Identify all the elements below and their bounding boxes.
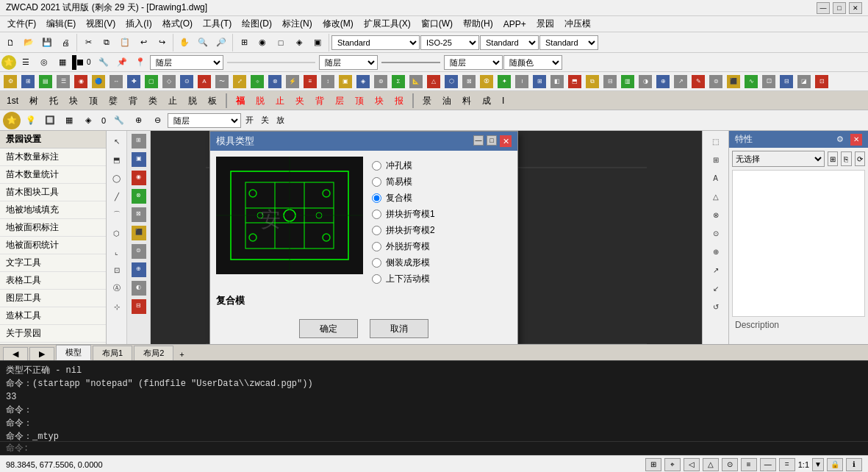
ext-btn7[interactable]: ⊕ xyxy=(129,112,147,129)
ext-btn6[interactable]: 🔧 xyxy=(110,112,128,129)
istrip-3[interactable]: ◉ xyxy=(130,169,148,187)
view-btn3[interactable]: □ xyxy=(272,34,290,51)
radio-item-1[interactable]: 冲孔模 xyxy=(372,160,435,172)
left-panel-item-8[interactable]: 表格工具 xyxy=(0,272,106,290)
ico-btn39[interactable]: ↗ xyxy=(672,73,689,90)
draw-tool-8[interactable]: ⊡ xyxy=(108,261,126,279)
copy-button[interactable]: ⧉ xyxy=(98,34,115,51)
ico-btn30[interactable]: ≀ xyxy=(513,73,531,90)
ico-btn17[interactable]: ⚡ xyxy=(284,73,301,90)
tb4-btn2[interactable]: 树 xyxy=(24,93,43,109)
menu-app-plus[interactable]: APP+ xyxy=(499,18,531,31)
left-panel-item-5[interactable]: 地被面积标注 xyxy=(0,219,106,237)
tab-scroll-right[interactable]: ▶ xyxy=(29,347,54,360)
ico-btn36[interactable]: ▥ xyxy=(619,73,636,90)
ico-btn14[interactable]: ⤢ xyxy=(231,73,248,90)
scale-dropdown[interactable]: ▼ xyxy=(812,458,824,471)
tb4-btn10[interactable]: 脱 xyxy=(183,93,202,109)
color-select[interactable] xyxy=(72,55,76,70)
istrip-5[interactable]: ⊠ xyxy=(130,206,148,224)
left-panel-item-4[interactable]: 地被地域填充 xyxy=(0,201,106,219)
tab-layout2[interactable]: 布局2 xyxy=(134,346,173,360)
rt-btn2[interactable]: ⊞ xyxy=(707,151,725,168)
tb4-btn12[interactable]: 福 xyxy=(231,93,250,109)
draw-tool-4[interactable]: ╱ xyxy=(108,187,126,205)
print-button[interactable]: 🖨 xyxy=(57,34,74,51)
tb4-btn3[interactable]: 托 xyxy=(44,93,63,109)
ico-btn33[interactable]: ⬒ xyxy=(566,73,584,90)
rt-btn4[interactable]: △ xyxy=(707,187,725,205)
ico-btn45[interactable]: ⊟ xyxy=(778,73,795,90)
layer-dropdown[interactable]: 随层 xyxy=(150,55,223,70)
view-btn2[interactable]: ◉ xyxy=(254,34,271,51)
ico-btn9[interactable]: ▢ xyxy=(143,73,160,90)
ico-btn28[interactable]: ⦿ xyxy=(478,73,495,90)
new-button[interactable]: 🗋 xyxy=(1,34,19,51)
ico-btn4[interactable]: ☰ xyxy=(54,73,72,90)
drawing-area[interactable]: 模具类型 — □ ✕ xyxy=(151,131,702,344)
left-panel-item-1[interactable]: 苗木数量标注 xyxy=(0,149,106,166)
draw-tool-1[interactable]: ↖ xyxy=(108,132,126,150)
ico-btn19[interactable]: ↕ xyxy=(319,73,337,90)
layer-btn4[interactable]: ▦ xyxy=(54,54,71,71)
left-panel-item-10[interactable]: 造林工具 xyxy=(0,307,106,325)
radio-jianyimo[interactable] xyxy=(372,177,381,187)
lock-button[interactable]: 🔒 xyxy=(827,458,843,471)
tb4-btn7[interactable]: 背 xyxy=(123,93,143,109)
menu-tools[interactable]: 工具(T) xyxy=(198,16,236,32)
dimension-style-dropdown[interactable]: ISO-25 xyxy=(420,35,479,50)
tb4-btn5[interactable]: 顶 xyxy=(84,93,103,109)
modal-maximize-button[interactable]: □ xyxy=(487,135,497,146)
paste-button[interactable]: 📋 xyxy=(116,34,134,51)
left-panel-item-6[interactable]: 地被面积统计 xyxy=(0,237,106,254)
tb4-btn13[interactable]: 脱 xyxy=(251,93,270,109)
ico-btn32[interactable]: ◧ xyxy=(548,73,566,90)
ext-btn3[interactable]: 🔲 xyxy=(41,112,59,129)
rt-btn9[interactable]: ↙ xyxy=(707,279,725,297)
menu-jing-yuan[interactable]: 景园 xyxy=(532,16,559,32)
radio-item-7[interactable]: 侧装成形模 xyxy=(372,257,435,269)
zoom-in-button[interactable]: 🔍 xyxy=(194,34,212,51)
linetype-dropdown[interactable]: 随层 xyxy=(319,55,378,70)
zoom-out-button[interactable]: 🔎 xyxy=(212,34,230,51)
istrip-10[interactable]: ⊟ xyxy=(130,298,148,315)
left-panel-item-11[interactable]: 关于景园 xyxy=(0,325,106,343)
grid-toggle[interactable]: ⊞ xyxy=(645,458,661,471)
istrip-9[interactable]: ◐ xyxy=(130,279,148,297)
modal-close-button[interactable]: ✕ xyxy=(500,135,512,147)
menu-window[interactable]: 窗口(W) xyxy=(417,16,457,32)
radio-pinkuai2[interactable] xyxy=(372,226,381,235)
tb4-btn17[interactable]: 层 xyxy=(330,93,349,109)
ico-btn46[interactable]: ◪ xyxy=(795,73,813,90)
tb4-btn15[interactable]: 夹 xyxy=(290,93,309,109)
draw-tool-3[interactable]: ◯ xyxy=(108,169,126,187)
ortho-toggle[interactable]: ◁ xyxy=(684,458,700,471)
pan-button[interactable]: ✋ xyxy=(176,34,193,51)
ico-btn22[interactable]: ⊚ xyxy=(372,73,390,90)
tb4-btn6[interactable]: 嬖 xyxy=(104,93,123,109)
ico-btn38[interactable]: ⊕ xyxy=(654,73,672,90)
view-btn4[interactable]: ◈ xyxy=(290,34,308,51)
tb4-btn20[interactable]: 报 xyxy=(390,93,409,109)
ico-btn23[interactable]: Σ xyxy=(390,73,407,90)
left-panel-item-7[interactable]: 文字工具 xyxy=(0,254,106,272)
radio-fuhemo[interactable] xyxy=(372,193,381,203)
osnap-toggle[interactable]: ⊙ xyxy=(722,458,738,471)
menu-format[interactable]: 格式(O) xyxy=(158,16,197,32)
tb2-btn2[interactable]: 📌 xyxy=(113,54,131,71)
rt-btn1[interactable]: ⬚ xyxy=(707,132,725,150)
tb4-btn4[interactable]: 块 xyxy=(64,93,83,109)
properties-settings-button[interactable]: ⚙ xyxy=(833,134,847,146)
ico-btn15[interactable]: ⟐ xyxy=(248,73,266,90)
ext-btn5[interactable]: ◈ xyxy=(79,112,97,129)
ico-btn37[interactable]: ◑ xyxy=(636,73,654,90)
radio-pinkuai1[interactable] xyxy=(372,210,381,219)
tb4-btn18[interactable]: 顶 xyxy=(350,93,369,109)
ico-btn5[interactable]: ◉ xyxy=(72,73,90,90)
menu-file[interactable]: 文件(F) xyxy=(3,16,40,32)
tab-layout1[interactable]: 布局1 xyxy=(93,346,132,360)
maximize-button[interactable]: □ xyxy=(833,2,846,14)
text-style-dropdown[interactable]: Standard xyxy=(331,35,420,50)
tb4-btn21[interactable]: 景 xyxy=(417,93,437,109)
ico-btn6[interactable]: 🔵 xyxy=(90,73,107,90)
